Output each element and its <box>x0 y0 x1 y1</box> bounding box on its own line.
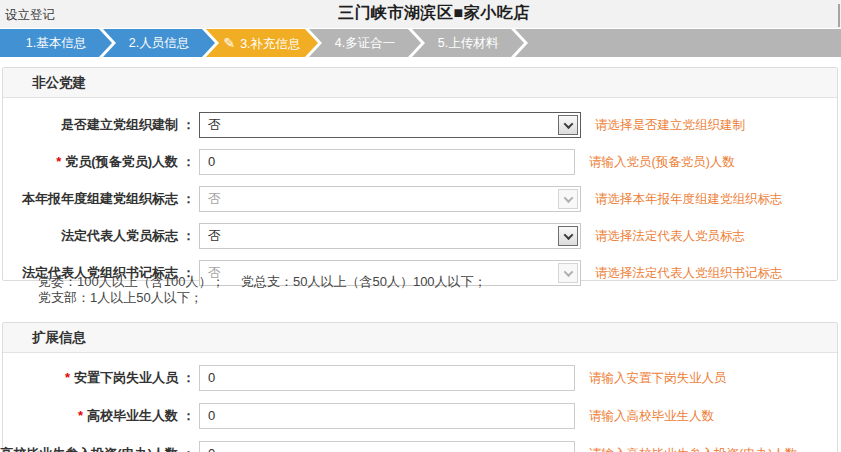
select-value: 否 <box>208 117 221 132</box>
chevron-down-icon[interactable] <box>558 226 578 246</box>
scrollbar-fragment[interactable] <box>838 4 840 27</box>
pencil-icon: ✎ <box>223 29 235 57</box>
chevron-down-icon[interactable] <box>558 263 578 283</box>
field-hint: 请输入安置下岗失业人员 <box>589 370 727 387</box>
field-label: 法定代表人党员标志： <box>61 227 195 245</box>
step-tab-personnel-info[interactable]: 2.人员信息 <box>103 29 215 57</box>
party-structure-flag-select[interactable]: 否 <box>199 112 581 138</box>
party-size-note: 党委：100人以上（含100人）； 党总支：50人以上（含50人）100人以下；… <box>38 274 487 306</box>
chevron-down-icon[interactable] <box>558 115 578 135</box>
form-row: 本年报年度组建党组织标志： 否请选择本年报年度组建党组织标志 <box>3 185 837 213</box>
field-label: *党员(预备党员)人数： <box>56 153 195 171</box>
legal-rep-party-member-flag-select[interactable]: 否 <box>199 223 581 249</box>
college-graduate-count-input[interactable]: 0 <box>199 403 575 429</box>
field-hint: 请选择本年报年度组建党组织标志 <box>595 191 783 208</box>
field-hint: 请选择法定代表人党组织书记标志 <box>595 265 783 282</box>
annual-party-org-flag-select[interactable]: 否 <box>199 186 581 212</box>
field-hint: 请输入党员(预备党员)人数 <box>589 154 735 171</box>
note-line: 党支部：1人以上50人以下； <box>38 290 487 306</box>
section-title: 非公党建 <box>3 68 837 98</box>
step-tab-multi-cert[interactable]: 4.多证合一 <box>309 29 421 57</box>
section-extended-info: 扩展信息 *安置下岗失业人员： 0请输入安置下岗失业人员 *高校毕业生人数： 0… <box>2 322 838 452</box>
required-asterisk: * <box>65 370 70 385</box>
field-label: *高校毕业生人数： <box>78 407 195 425</box>
field-label: 是否建立党组织建制： <box>61 116 195 134</box>
select-value: 否 <box>208 228 221 243</box>
field-label: *安置下岗失业人员： <box>65 369 195 387</box>
top-bar: 设立登记 三门峡市湖滨区■家小吃店 <box>0 0 841 28</box>
note-line: 党委：100人以上（含100人）； 党总支：50人以上（含50人）100人以下； <box>38 274 487 290</box>
field-hint: 请输入高校毕业生参入投资(申办)人数 <box>589 446 797 452</box>
section-title: 扩展信息 <box>3 323 837 353</box>
form-row: *党员(预备党员)人数： 0请输入党员(预备党员)人数 <box>3 148 837 176</box>
form-row: *高校毕业生参入投资(申办)人数： 0请输入高校毕业生参入投资(申办)人数 <box>3 440 837 452</box>
select-value: 否 <box>208 191 221 206</box>
field-label: 本年报年度组建党组织标志： <box>22 190 195 208</box>
step-tab-basic-info[interactable]: 1.基本信息 <box>0 29 112 57</box>
party-member-count-input[interactable]: 0 <box>199 149 575 175</box>
form-row: 是否建立党组织建制： 否请选择是否建立党组织建制 <box>3 111 837 139</box>
step-tab-supplementary-info[interactable]: ✎3.补充信息 <box>206 29 318 57</box>
chevron-down-icon[interactable] <box>558 189 578 209</box>
step-wizard: 1.基本信息2.人员信息✎3.补充信息4.多证合一5.上传材料 <box>0 29 841 57</box>
app-title: 设立登记 <box>5 7 55 24</box>
field-hint: 请选择是否建立党组织建制 <box>595 117 745 134</box>
field-hint: 请选择法定代表人党员标志 <box>595 228 745 245</box>
section-party-building: 非公党建 是否建立党组织建制： 否请选择是否建立党组织建制 *党员(预备党员)人… <box>2 67 838 281</box>
step-bar-filler <box>515 29 841 57</box>
field-label: *高校毕业生参入投资(申办)人数： <box>0 445 195 452</box>
field-hint: 请输入高校毕业生人数 <box>589 408 714 425</box>
required-asterisk: * <box>78 408 83 423</box>
page-title: 三门峡市湖滨区■家小吃店 <box>338 3 530 24</box>
step-tab-upload-materials[interactable]: 5.上传材料 <box>412 29 524 57</box>
form-row: 法定代表人党员标志： 否请选择法定代表人党员标志 <box>3 222 837 250</box>
required-asterisk: * <box>56 154 61 169</box>
laid-off-placement-count-input[interactable]: 0 <box>199 365 575 391</box>
form-row: *安置下岗失业人员： 0请输入安置下岗失业人员 <box>3 364 837 392</box>
form-row: *高校毕业生人数： 0请输入高校毕业生人数 <box>3 402 837 430</box>
college-graduate-investor-count-input[interactable]: 0 <box>199 441 575 452</box>
